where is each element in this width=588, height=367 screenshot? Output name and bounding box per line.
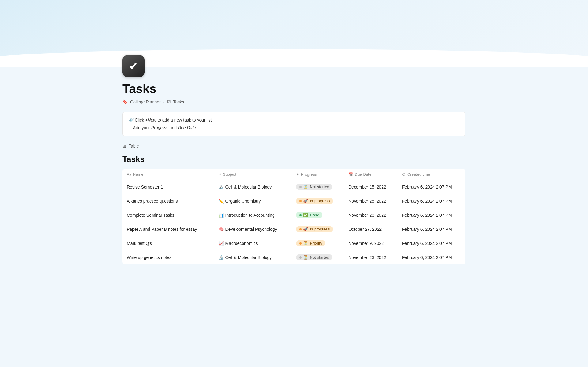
col-header-name: AaName [123, 169, 214, 180]
tasks-table: AaName ↗Subject ✦Progress 📅Due Date ⏱Cre… [123, 169, 466, 264]
subject-text: Introduction to Accounting [225, 213, 275, 218]
task-progress[interactable]: 🚀 In progress [292, 194, 344, 208]
col-header-created: ⏱Created time [398, 169, 466, 180]
checkmark-icon: ✔ [129, 61, 138, 72]
progress-dot [299, 228, 302, 230]
task-due-date: November 25, 2022 [344, 194, 398, 208]
task-name[interactable]: Alkanes practice questions [123, 194, 214, 208]
subject-emoji: 📈 [218, 241, 224, 246]
table-icon: ⊞ [123, 144, 126, 148]
subject-emoji: 📊 [218, 213, 224, 218]
col-header-progress: ✦Progress [292, 169, 344, 180]
page-title: Tasks [123, 82, 466, 96]
task-name[interactable]: Write up genetics notes [123, 250, 214, 264]
task-progress[interactable]: 🚀 In progress [292, 222, 344, 236]
breadcrumb: 🔖 College Planner / ☑ Tasks [123, 99, 466, 104]
task-subject: 🔬Cell & Molecular Biology [214, 180, 292, 194]
task-name[interactable]: Mark test Q's [123, 236, 214, 250]
progress-emoji: 🚀 [303, 199, 308, 203]
breadcrumb-parent-label[interactable]: College Planner [130, 99, 161, 104]
task-progress[interactable]: ⏳ Not started [292, 180, 344, 194]
task-name[interactable]: Complete Seminar Tasks [123, 208, 214, 222]
callout-new-text: +New [145, 118, 156, 122]
progress-emoji: ✅ [303, 213, 308, 217]
progress-badge[interactable]: 🚀 In progress [296, 226, 333, 232]
progress-dot [299, 256, 302, 259]
progress-emoji: ⏳ [303, 241, 308, 245]
subject-text: Macroeconomics [225, 241, 258, 246]
task-subject: 📊Introduction to Accounting [214, 208, 292, 222]
breadcrumb-separator: / [163, 99, 164, 104]
progress-dot [299, 214, 302, 216]
col-icon-created: ⏱ [402, 172, 406, 177]
task-created-time: February 6, 2024 2:07 PM [398, 250, 466, 264]
task-progress[interactable]: ⏳ Not started [292, 250, 344, 264]
table-label-text: Table [129, 144, 139, 148]
link-icon: 🔗 [128, 118, 135, 122]
task-due-date: November 23, 2022 [344, 250, 398, 264]
task-created-time: February 6, 2024 2:07 PM [398, 180, 466, 194]
task-created-time: February 6, 2024 2:07 PM [398, 194, 466, 208]
subject-text: Developmental Psychology [225, 227, 277, 232]
col-icon-duedate: 📅 [349, 172, 353, 177]
task-name[interactable]: Revise Semester 1 [123, 180, 214, 194]
progress-emoji: 🚀 [303, 227, 308, 231]
subject-emoji: 🔬 [218, 255, 224, 260]
progress-emoji: ⏳ [303, 255, 308, 260]
task-due-date: November 9, 2022 [344, 236, 398, 250]
progress-dot [299, 242, 302, 245]
table-row[interactable]: Write up genetics notes🔬Cell & Molecular… [123, 250, 466, 264]
table-row[interactable]: Revise Semester 1🔬Cell & Molecular Biolo… [123, 180, 466, 194]
breadcrumb-current-label: Tasks [173, 99, 184, 104]
progress-dot [299, 200, 302, 202]
subject-emoji: 🧠 [218, 227, 224, 232]
col-icon-progress: ✦ [296, 172, 299, 177]
table-row[interactable]: Alkanes practice questions✏️Organic Chem… [123, 194, 466, 208]
col-header-duedate: 📅Due Date [344, 169, 398, 180]
task-subject: 🔬Cell & Molecular Biology [214, 250, 292, 264]
progress-badge[interactable]: ⏳ Not started [296, 254, 332, 260]
col-header-subject: ↗Subject [214, 169, 292, 180]
task-subject: 🧠Developmental Psychology [214, 222, 292, 236]
table-label-row[interactable]: ⊞ Table [123, 144, 466, 148]
subject-emoji: ✏️ [218, 199, 224, 204]
callout-box: 🔗 Click +New to add a new task to your l… [123, 112, 466, 136]
task-subject: 📈Macroeconomics [214, 236, 292, 250]
breadcrumb-current-icon: ☑ [167, 99, 171, 104]
table-row[interactable]: Mark test Q's📈Macroeconomics⏳ PriorityNo… [123, 236, 466, 250]
app-icon: ✔ [123, 55, 145, 77]
table-header-row: AaName ↗Subject ✦Progress 📅Due Date ⏱Cre… [123, 169, 466, 180]
task-progress[interactable]: ✅ Done [292, 208, 344, 222]
task-created-time: February 6, 2024 2:07 PM [398, 208, 466, 222]
subject-text: Cell & Molecular Biology [225, 185, 272, 189]
progress-badge[interactable]: ⏳ Not started [296, 184, 332, 190]
progress-badge[interactable]: ✅ Done [296, 212, 322, 218]
subject-emoji: 🔬 [218, 185, 224, 189]
subject-text: Organic Chemistry [225, 199, 261, 204]
task-name[interactable]: Paper A and Paper B notes for essay [123, 222, 214, 236]
col-icon-subject: ↗ [218, 172, 221, 177]
callout-suffix: to add a new task to your list [156, 118, 212, 122]
callout-prefix: Click [135, 118, 145, 122]
progress-badge[interactable]: 🚀 In progress [296, 198, 333, 204]
task-created-time: February 6, 2024 2:07 PM [398, 222, 466, 236]
table-row[interactable]: Complete Seminar Tasks📊Introduction to A… [123, 208, 466, 222]
task-progress[interactable]: ⏳ Priority [292, 236, 344, 250]
task-subject: ✏️Organic Chemistry [214, 194, 292, 208]
breadcrumb-parent-icon: 🔖 [123, 99, 128, 104]
col-icon-name: Aa [127, 172, 131, 177]
task-created-time: February 6, 2024 2:07 PM [398, 236, 466, 250]
tasks-section-title: Tasks [123, 155, 466, 164]
subject-text: Cell & Molecular Biology [225, 255, 272, 260]
progress-badge[interactable]: ⏳ Priority [296, 240, 325, 246]
task-due-date: December 15, 2022 [344, 180, 398, 194]
table-row[interactable]: Paper A and Paper B notes for essay🧠Deve… [123, 222, 466, 236]
progress-dot [299, 186, 302, 188]
task-due-date: November 23, 2022 [344, 208, 398, 222]
callout-line1: 🔗 Click +New to add a new task to your l… [128, 116, 460, 124]
progress-emoji: ⏳ [303, 185, 308, 189]
task-due-date: October 27, 2022 [344, 222, 398, 236]
callout-line2: Add your Progress and Due Date [128, 124, 460, 132]
